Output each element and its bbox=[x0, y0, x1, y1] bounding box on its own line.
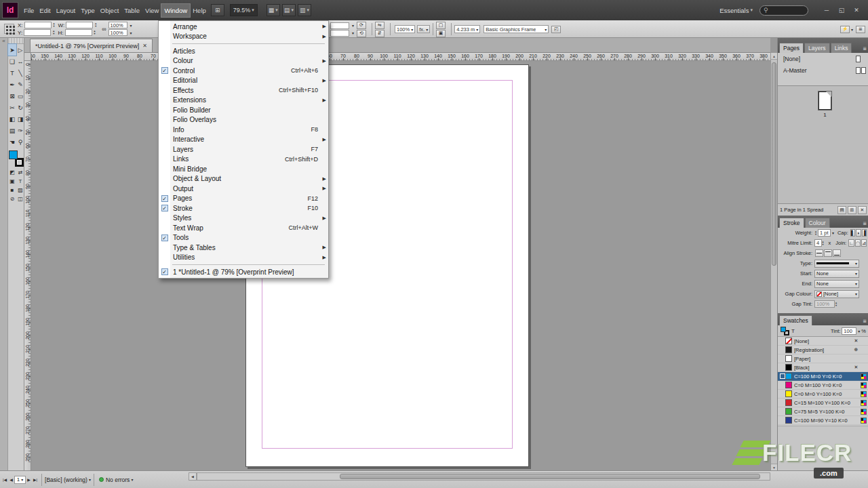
control-panel-menu-icon[interactable]: ≣ bbox=[856, 26, 865, 33]
menubar-item[interactable]: Layout bbox=[54, 4, 79, 17]
menubar-item[interactable]: View bbox=[142, 4, 161, 17]
hand-tool[interactable]: ☚ bbox=[8, 136, 16, 148]
menubar-item[interactable]: File bbox=[21, 4, 37, 17]
collapse-icon[interactable]: « bbox=[2, 38, 5, 44]
scale-x-field[interactable]: 100% bbox=[108, 22, 127, 28]
horizontal-scroll-thumb[interactable] bbox=[340, 474, 760, 479]
x-stepper[interactable]: ▲▼ bbox=[53, 22, 56, 28]
window-menu-item[interactable]: ✓ 1 *Untitled-1 @ 79% [Overprint Preview… bbox=[159, 267, 328, 277]
close-button[interactable]: ✕ bbox=[849, 4, 864, 16]
swatch-row[interactable]: C=75 M=5 Y=100 K=0 bbox=[778, 407, 868, 416]
projecting-cap-button[interactable]: ▐ bbox=[862, 229, 867, 237]
formatting-affects-text-button[interactable]: T bbox=[16, 177, 24, 186]
pen-tool[interactable]: ✒ bbox=[8, 79, 16, 90]
mitre-limit-field[interactable]: 4 bbox=[814, 239, 822, 247]
pasteboard[interactable] bbox=[31, 61, 770, 470]
fill-stroke-proxy[interactable] bbox=[9, 150, 24, 167]
page-thumbnail[interactable] bbox=[818, 92, 831, 110]
opacity-dropdown[interactable]: 100% ▾ bbox=[395, 25, 415, 33]
effects-dropdown[interactable]: fx. ▾ bbox=[417, 25, 430, 33]
end-dropdown[interactable]: None ▾ bbox=[814, 280, 859, 288]
zoom-tool[interactable]: ⚲ bbox=[16, 136, 24, 148]
first-page-button[interactable]: |◀ bbox=[1, 477, 8, 482]
menubar-item[interactable]: Table bbox=[121, 4, 142, 17]
fill-stroke-proxy-small[interactable] bbox=[781, 327, 789, 336]
rotate-90-cw-button[interactable]: ⟳ bbox=[357, 22, 366, 29]
rotate-90-ccw-button[interactable]: ⟲ bbox=[357, 30, 366, 37]
vertical-scroll-thumb[interactable] bbox=[772, 62, 776, 266]
y-stepper[interactable]: ▲▼ bbox=[52, 30, 55, 35]
window-menu-item[interactable]: ✓ Text Wrap Ctrl+Alt+W ▶ bbox=[159, 223, 328, 233]
panel-tab[interactable]: Layers bbox=[804, 43, 830, 53]
delete-page-button[interactable]: ✕ bbox=[858, 206, 867, 214]
last-page-button[interactable]: ▶| bbox=[32, 477, 39, 482]
swatch-row[interactable]: [None] ✕ bbox=[778, 337, 868, 346]
y-position-field[interactable] bbox=[24, 29, 51, 36]
horizontal-ruler[interactable]: 1601501401301201101009080706050403020100… bbox=[31, 53, 770, 61]
scroll-left-icon[interactable]: ◀ bbox=[189, 472, 197, 481]
start-dropdown[interactable]: None ▾ bbox=[814, 270, 859, 278]
window-menu-item[interactable]: ✓ Articles ▶ bbox=[159, 46, 328, 56]
window-menu-item[interactable]: ✓ Folio Builder ▶ bbox=[159, 105, 328, 115]
panel-menu-icon[interactable]: ≣ bbox=[863, 221, 868, 228]
rectangle-frame-tool[interactable]: ⊠ bbox=[8, 90, 16, 102]
gap-tool[interactable]: ↔ bbox=[16, 56, 24, 67]
workspace-switcher[interactable]: Essentials ▾ bbox=[719, 7, 753, 14]
rotation-angle-field[interactable] bbox=[330, 22, 349, 29]
direct-selection-tool[interactable]: ▷ bbox=[16, 44, 24, 56]
screen-mode-button[interactable]: ▤ ▾ bbox=[282, 4, 296, 16]
swatch-row[interactable]: C=100 M=90 Y=10 K=0 bbox=[778, 416, 868, 425]
window-menu-item[interactable]: ✓ Interactive ▶ bbox=[159, 135, 328, 145]
tint-field[interactable]: 100 bbox=[842, 327, 856, 335]
align-stroke-outside-button[interactable] bbox=[833, 249, 841, 257]
apply-none-button[interactable]: ⊘ bbox=[8, 195, 16, 203]
window-menu-item[interactable]: ✓ Tools ▶ bbox=[159, 233, 328, 243]
fill-swatch[interactable] bbox=[9, 150, 18, 159]
window-menu-item[interactable]: ✓ Editorial ▶ bbox=[159, 76, 328, 86]
bevel-join-button[interactable]: ⊿ bbox=[861, 239, 867, 247]
window-menu-item[interactable]: ✓ Links Ctrl+Shift+D ▶ bbox=[159, 155, 328, 165]
restore-button[interactable]: ◱ bbox=[834, 4, 849, 16]
page-tool[interactable]: ❏ bbox=[8, 56, 16, 67]
view-options-button[interactable]: ▦ ▾ bbox=[267, 4, 280, 16]
master-page-row[interactable]: A-Master bbox=[778, 64, 868, 76]
stroke-weight-dropdown[interactable]: 4.233 m ▾ bbox=[454, 25, 480, 33]
panel-menu-icon[interactable]: ≣ bbox=[863, 319, 868, 325]
window-menu-item[interactable]: ✓ Workspace ▶ bbox=[159, 32, 328, 42]
butt-cap-button[interactable]: ▌ bbox=[850, 229, 855, 237]
window-menu-item[interactable]: ✓ Arrange ▶ bbox=[159, 22, 328, 32]
window-menu-item[interactable]: ✓ Object & Layout ▶ bbox=[159, 174, 328, 184]
window-menu-item[interactable]: ✓ Mini Bridge ▶ bbox=[159, 164, 328, 174]
swatch-row[interactable]: C=15 M=100 Y=100 K=0 bbox=[778, 399, 868, 407]
w-stepper[interactable]: ▲▼ bbox=[94, 22, 97, 28]
screen-mode-button[interactable]: ◫ bbox=[16, 195, 24, 203]
window-menu-item[interactable]: ✓ Pages F12 ▶ bbox=[159, 194, 328, 204]
reference-point-proxy[interactable] bbox=[4, 24, 14, 34]
shear-angle-field[interactable] bbox=[330, 30, 349, 37]
gradient-feather-tool[interactable]: ◨ bbox=[16, 113, 24, 125]
window-menu-item[interactable]: ✓ ▶ bbox=[159, 41, 328, 46]
minimize-button[interactable]: ─ bbox=[819, 4, 834, 16]
height-field[interactable] bbox=[65, 29, 92, 36]
width-field[interactable] bbox=[66, 22, 93, 28]
vertical-scrollbar[interactable]: ▲ ▼ bbox=[770, 53, 777, 470]
panel-tab[interactable]: Links bbox=[831, 43, 852, 53]
wrap-none-button[interactable]: ▢ bbox=[436, 22, 446, 29]
swap-fill-stroke-icon[interactable]: ⇄ bbox=[16, 168, 24, 177]
menubar-item[interactable]: Edit bbox=[37, 4, 53, 17]
panel-tab[interactable]: Pages bbox=[779, 43, 804, 53]
weight-stepper[interactable]: ▲▼ bbox=[814, 230, 817, 236]
arrange-documents-button[interactable]: ▥ ▾ bbox=[298, 4, 311, 16]
object-style-dropdown[interactable]: Basic Graphics Frame ▾ bbox=[484, 25, 549, 33]
apply-color-button[interactable]: ■ bbox=[8, 186, 16, 195]
next-page-button[interactable]: ▶ bbox=[26, 477, 32, 482]
flip-horizontal-button[interactable]: ⇋ bbox=[375, 22, 384, 29]
panel-tab[interactable]: Colour bbox=[805, 218, 830, 228]
apply-gradient-button[interactable]: ▨ bbox=[16, 186, 24, 195]
panel-menu-icon[interactable]: ≣ bbox=[863, 46, 868, 53]
gap-colour-dropdown[interactable]: [None] ▾ bbox=[814, 290, 859, 298]
align-stroke-inside-button[interactable] bbox=[824, 249, 832, 257]
default-fill-stroke-icon[interactable]: ◩ bbox=[8, 168, 16, 177]
bridge-button[interactable]: ⊞ bbox=[211, 4, 224, 16]
ruler-origin-corner[interactable] bbox=[24, 53, 31, 61]
